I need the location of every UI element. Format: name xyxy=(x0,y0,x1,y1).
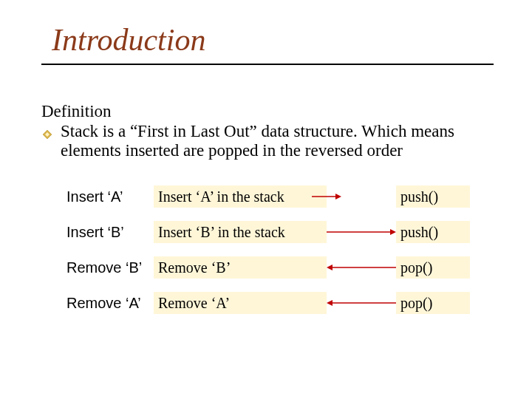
svg-marker-9 xyxy=(327,300,332,306)
op-function: push() xyxy=(396,221,470,243)
op-action: Remove ‘A’ xyxy=(66,295,154,311)
slide: Introduction Definition Stack is a “Firs… xyxy=(0,0,532,399)
op-function: pop() xyxy=(396,256,470,279)
arrow-right-icon xyxy=(327,225,396,239)
title-underline xyxy=(41,64,494,65)
diamond-bullet-icon xyxy=(41,126,53,137)
definition-label: Definition xyxy=(41,102,495,120)
svg-marker-3 xyxy=(335,194,341,200)
table-row: Remove ‘B’Remove ‘B’pop() xyxy=(66,250,495,285)
op-description: Remove ‘B’ xyxy=(154,256,327,279)
arrow-left-icon xyxy=(327,296,396,310)
arrow-left-icon xyxy=(327,260,396,275)
definition-text: Stack is a “First in Last Out” data stru… xyxy=(61,122,495,160)
op-description: Remove ‘A’ xyxy=(154,292,327,314)
op-description: Insert ‘B’ in the stack xyxy=(154,221,327,243)
table-row: Insert ‘A’Insert ‘A’ in the stackpush() xyxy=(66,179,495,214)
op-action: Insert ‘A’ xyxy=(66,188,154,205)
op-description: Insert ‘A’ in the stack xyxy=(154,185,327,208)
table-row: Remove ‘A’Remove ‘A’pop() xyxy=(66,285,495,321)
definition-bullet: Stack is a “First in Last Out” data stru… xyxy=(41,122,495,160)
op-action: Insert ‘B’ xyxy=(66,224,154,240)
table-row: Insert ‘B’Insert ‘B’ in the stackpush() xyxy=(66,214,495,250)
slide-title: Introduction xyxy=(52,22,495,58)
op-function: pop() xyxy=(396,292,470,314)
svg-marker-7 xyxy=(327,265,332,270)
op-action: Remove ‘B’ xyxy=(66,259,154,276)
slide-body: Definition Stack is a “First in Last Out… xyxy=(41,102,495,321)
operations-table: Insert ‘A’Insert ‘A’ in the stackpush()I… xyxy=(66,179,495,321)
arrow-right-icon xyxy=(312,189,396,204)
op-function: push() xyxy=(396,185,470,208)
svg-marker-5 xyxy=(390,229,396,235)
